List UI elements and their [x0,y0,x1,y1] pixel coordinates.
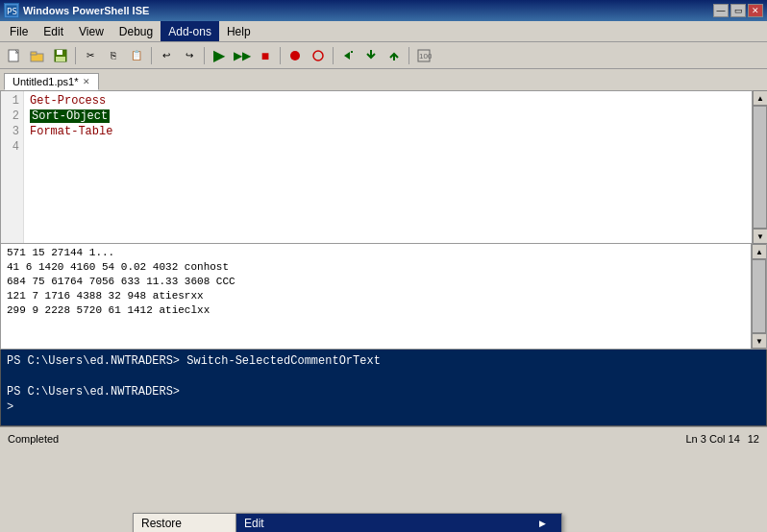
status-bar: Completed Ln 3 Col 14 12 [0,426,767,449]
menu-view[interactable]: View [71,21,111,41]
scroll-down-arrow[interactable]: ▼ [753,229,767,244]
svg-rect-6 [57,50,62,55]
minimize-button[interactable]: — [713,4,729,17]
step-into-button[interactable] [360,45,382,66]
output-pane: 571 15 27144 1... 41 6 1420 4160 54 0.02… [0,244,767,350]
output-line-3: 684 75 61764 7056 633 11.33 3608 CCC [7,275,747,289]
run-script-button[interactable]: ▶ [209,45,230,66]
cut-button[interactable]: ✂ [80,45,101,66]
new-breakpoint-button[interactable] [285,45,306,66]
code-line-2: Sort-Object [30,109,760,124]
tab-bar: Untitled1.ps1* ✕ [0,69,767,90]
output-line-5: 299 9 2228 5720 61 1412 atieclxx [7,303,747,318]
toolbar-sep-6 [408,47,409,64]
menu-edit[interactable]: Edit [36,21,71,41]
menu-isepack-edit[interactable]: Edit ▶ [236,514,561,532]
code-line-4 [30,139,760,155]
console-line-1: PS C:\Users\ed.NWTRADERS> Switch-Selecte… [7,353,760,369]
isepack-dropdown: Edit ▶ Export-FormatView Ctrl+Alt+F Invo… [235,513,562,532]
toolbar-sep-4 [280,47,281,64]
scroll-up-arrow[interactable]: ▲ [753,90,767,106]
script-scrollbar[interactable]: ▲ ▼ [752,90,767,244]
code-line-3: Format-Table [30,124,760,139]
save-button[interactable] [50,45,71,66]
tab-label: Untitled1.ps1* [12,76,79,87]
window-title: Windows PowerShell ISE [23,5,149,16]
toolbar: ✂ ⎘ 📋 ↩ ↪ ▶ ▶▶ ■ 100 [0,42,767,69]
scroll-thumb[interactable] [753,106,767,229]
svg-rect-4 [31,52,37,55]
line-numbers: 1 2 3 4 [1,91,24,243]
app-icon: PS [4,3,19,18]
output-scrollbar[interactable]: ▲ ▼ [751,244,766,349]
output-scroll-thumb[interactable] [752,259,766,333]
run-selection-button[interactable]: ▶▶ [232,45,253,66]
status-right: Ln 3 Col 14 12 [685,433,759,445]
console-line-3: PS C:\Users\ed.NWTRADERS> [7,384,760,399]
menu-help[interactable]: Help [219,21,259,41]
status-text: Completed [8,433,59,445]
tab-close-button[interactable]: ✕ [83,77,90,86]
new-button[interactable] [4,45,25,66]
zoom-button[interactable]: 100 [413,45,434,66]
tab-untitled1[interactable]: Untitled1.ps1* ✕ [4,73,99,90]
line-num-4: 4 [5,139,19,155]
restore-button[interactable]: ▭ [730,4,746,17]
svg-text:PS: PS [7,7,17,16]
code-line-1: Get-Process [30,93,760,109]
line-num-3: 3 [5,124,19,139]
redo-button[interactable]: ↪ [179,45,200,66]
title-bar: PS Windows PowerShell ISE — ▭ ✕ [0,0,767,21]
output-content: 571 15 27144 1... 41 6 1420 4160 54 0.02… [1,244,766,320]
output-line-1: 571 15 27144 1... [7,246,747,260]
cursor-position: Ln 3 Col 14 [685,433,739,445]
step-out-button[interactable] [384,45,405,66]
line-num-2: 2 [5,109,19,124]
toolbar-sep-1 [75,47,76,64]
copy-button[interactable]: ⎘ [103,45,124,66]
script-pane-wrapper: 1 2 3 4 Get-Process Sort-Object Format-T… [0,90,767,244]
svg-point-9 [313,51,323,60]
title-controls: — ▭ ✕ [713,4,763,17]
menu-file[interactable]: File [2,21,36,41]
close-button[interactable]: ✕ [748,4,763,17]
toolbar-sep-3 [204,47,205,64]
script-content[interactable]: Get-Process Sort-Object Format-Table [24,91,766,243]
console-line-2 [7,369,760,384]
output-line-2: 41 6 1420 4160 54 0.02 4032 conhost [7,260,747,275]
output-line-4: 121 7 1716 4388 32 948 atiesrxx [7,289,747,303]
output-scroll-down[interactable]: ▼ [752,333,767,349]
script-pane[interactable]: 1 2 3 4 Get-Process Sort-Object Format-T… [0,90,767,244]
menu-bar: File Edit View Debug Add-ons Help [0,21,767,42]
step-over-button[interactable] [337,45,359,66]
title-bar-left: PS Windows PowerShell ISE [4,3,149,18]
output-scroll-up[interactable]: ▲ [752,244,767,259]
open-button[interactable] [27,45,48,66]
menu-debug[interactable]: Debug [111,21,161,41]
status-number: 12 [748,433,759,445]
menu-addons[interactable]: Add-ons [161,21,219,41]
toolbar-sep-5 [333,47,334,64]
stop-button[interactable]: ■ [255,45,276,66]
toolbar-sep-2 [151,47,152,64]
svg-text:100: 100 [419,52,432,60]
line-num-1: 1 [5,93,19,109]
svg-rect-7 [56,57,65,61]
console-line-4: > [7,399,760,415]
console-pane[interactable]: PS C:\Users\ed.NWTRADERS> Switch-Selecte… [0,350,767,426]
paste-button[interactable]: 📋 [126,45,147,66]
remove-breakpoints-button[interactable] [308,45,329,66]
svg-point-8 [290,51,300,60]
undo-button[interactable]: ↩ [156,45,177,66]
